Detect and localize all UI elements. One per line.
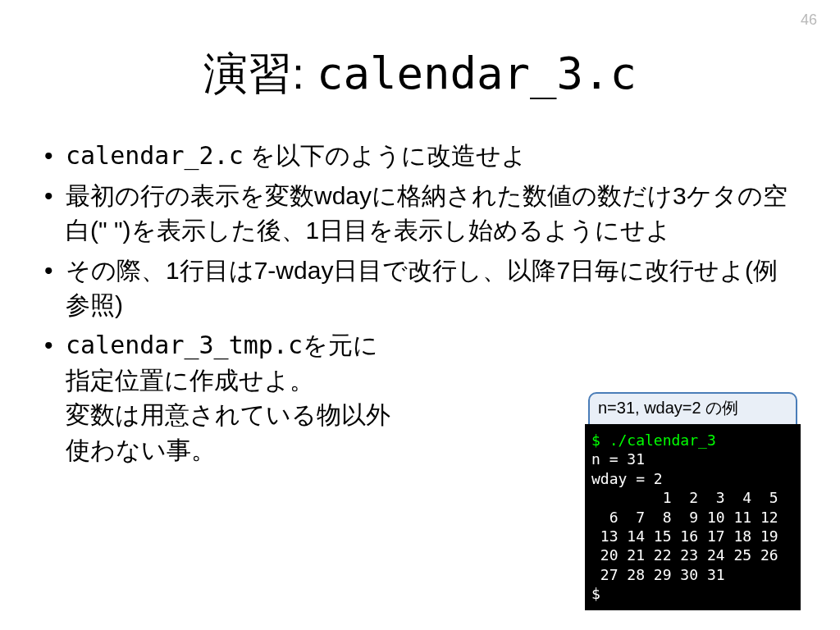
bullet-1: calendar_2.c を以下のように改造せよ — [39, 139, 801, 174]
bullet-3: その際、1行目は7-wday日目で改行し、以降7日毎に改行せよ(例参照) — [39, 253, 801, 323]
bullet-4-code: calendar_3_tmp.c — [66, 331, 303, 359]
example-box: n=31, wday=2 の例 $ ./calendar_3 n = 31 wd… — [585, 392, 801, 610]
title-code: calendar_3.c — [317, 48, 637, 99]
terminal-command: $ ./calendar_3 — [591, 431, 716, 449]
terminal-body: n = 31 wday = 2 1 2 3 4 5 6 7 8 9 10 11 … — [591, 450, 778, 602]
terminal-output: $ ./calendar_3 n = 31 wday = 2 1 2 3 4 5… — [585, 424, 801, 610]
bullet-2: 最初の行の表示を変数wdayに格納された数値の数だけ3ケタの空白(" ")を表示… — [39, 179, 801, 249]
bullet-1-text: を以下のように改造せよ — [244, 142, 527, 169]
slide-title: 演習: calendar_3.c — [0, 44, 840, 104]
title-prefix: 演習: — [203, 48, 317, 98]
page-number: 46 — [801, 11, 817, 29]
bullet-1-code: calendar_2.c — [66, 141, 244, 170]
